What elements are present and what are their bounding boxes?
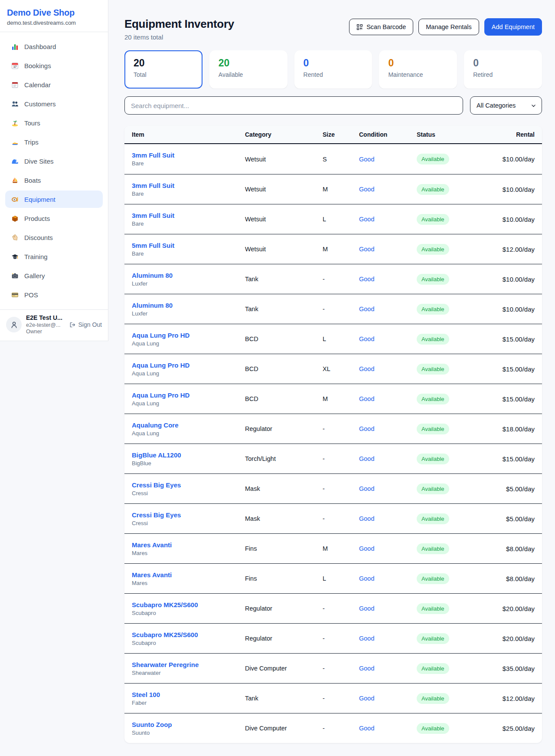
item-rental-rate: $18.00/day [485, 425, 535, 433]
item-name-link[interactable]: Cressi Big Eyes [132, 481, 245, 489]
item-condition-link[interactable]: Good [359, 695, 417, 702]
item-brand: Mares [132, 580, 245, 586]
item-condition-link[interactable]: Good [359, 545, 417, 552]
item-name-link[interactable]: Scubapro MK25/S600 [132, 601, 245, 608]
item-condition-link[interactable]: Good [359, 335, 417, 342]
item-name-link[interactable]: 3mm Full Suit [132, 212, 245, 219]
status-badge: Available [417, 394, 449, 404]
item-name-link[interactable]: Suunto Zoop [132, 721, 245, 728]
sidebar-item-boats[interactable]: Boats [5, 171, 103, 189]
item-condition-link[interactable]: Good [359, 216, 417, 223]
add-equipment-button[interactable]: Add Equipment [484, 18, 542, 36]
item-name-link[interactable]: Aluminum 80 [132, 302, 245, 309]
sidebar-item-training[interactable]: Training [5, 248, 103, 265]
item-name-link[interactable]: Scubapro MK25/S600 [132, 631, 245, 638]
search-input[interactable] [124, 96, 463, 115]
item-size: - [323, 695, 359, 702]
item-brand: Cressi [132, 490, 245, 496]
item-condition-link[interactable]: Good [359, 395, 417, 402]
item-condition-link[interactable]: Good [359, 665, 417, 672]
item-name-link[interactable]: Aqua Lung Pro HD [132, 332, 245, 339]
avatar [6, 317, 22, 332]
stat-card-available[interactable]: 20 Available [209, 50, 287, 89]
item-name-link[interactable]: Aqua Lung Pro HD [132, 362, 245, 369]
stat-card-retired[interactable]: 0 Retired [464, 50, 542, 89]
item-category: Wetsuit [245, 156, 323, 163]
item-condition-link[interactable]: Good [359, 515, 417, 522]
item-name-link[interactable]: Aluminum 80 [132, 272, 245, 279]
item-name-link[interactable]: Aqua Lung Pro HD [132, 391, 245, 399]
status-badge: Available [417, 543, 449, 554]
item-category: Torch/Light [245, 455, 323, 462]
item-condition-link[interactable]: Good [359, 306, 417, 312]
sidebar-item-pos[interactable]: POS [5, 286, 103, 303]
item-size: M [323, 186, 359, 193]
sidebar-item-tours[interactable]: Tours [5, 114, 103, 131]
item-condition-link[interactable]: Good [359, 425, 417, 432]
sidebar-item-calendar[interactable]: Calendar [5, 76, 103, 93]
speedboat-icon [11, 138, 19, 146]
table-row: Mares Avanti Mares Fins L Good Available… [124, 563, 542, 593]
item-name-link[interactable]: Cressi Big Eyes [132, 511, 245, 519]
stat-card-rented[interactable]: 0 Rented [294, 50, 372, 89]
item-rental-rate: $15.00/day [485, 335, 535, 343]
sidebar-item-dive-sites[interactable]: Dive Sites [5, 152, 103, 170]
item-brand: Faber [132, 700, 245, 706]
sidebar-item-trips[interactable]: Trips [5, 133, 103, 151]
sidebar-item-customers[interactable]: Customers [5, 95, 103, 112]
item-brand: BigBlue [132, 460, 245, 467]
item-name-link[interactable]: Aqualung Core [132, 421, 245, 429]
item-size: L [323, 216, 359, 223]
sidebar-item-bookings[interactable]: 17 Bookings [5, 57, 103, 74]
item-category: BCD [245, 365, 323, 372]
item-condition-link[interactable]: Good [359, 455, 417, 462]
item-condition-link[interactable]: Good [359, 276, 417, 283]
category-select[interactable]: All Categories [470, 96, 542, 115]
item-condition-link[interactable]: Good [359, 575, 417, 582]
header-actions: Scan Barcode Manage Rentals Add Equipmen… [349, 18, 542, 36]
item-name-link[interactable]: 3mm Full Suit [132, 151, 245, 159]
item-condition-link[interactable]: Good [359, 635, 417, 642]
item-brand: Aqua Lung [132, 400, 245, 407]
sidebar-item-dashboard[interactable]: Dashboard [5, 38, 103, 55]
item-name-link[interactable]: BigBlue AL1200 [132, 451, 245, 459]
item-condition-link[interactable]: Good [359, 186, 417, 193]
add-equipment-label: Add Equipment [492, 23, 535, 30]
sidebar-item-equipment[interactable]: Equipment [5, 191, 103, 208]
item-brand: Scubapro [132, 640, 245, 646]
item-condition-link[interactable]: Good [359, 156, 417, 163]
item-category: BCD [245, 335, 323, 342]
item-condition-link[interactable]: Good [359, 485, 417, 492]
sidebar-item-discounts[interactable]: Discounts [5, 229, 103, 246]
manage-rentals-button[interactable]: Manage Rentals [418, 19, 479, 35]
status-badge: Available [417, 693, 449, 704]
item-name-link[interactable]: Shearwater Peregrine [132, 661, 245, 668]
sidebar-item-gallery[interactable]: Gallery [5, 267, 103, 284]
users-icon [11, 100, 19, 108]
stat-card-total[interactable]: 20 Total [124, 50, 202, 89]
scan-barcode-button[interactable]: Scan Barcode [349, 19, 413, 35]
sidebar-item-products[interactable]: Products [5, 210, 103, 227]
stat-card-maintenance[interactable]: 0 Maintenance [379, 50, 457, 89]
logout-icon [69, 322, 76, 328]
sign-out-button[interactable]: Sign Out [69, 321, 102, 328]
palm-island-icon [11, 119, 19, 127]
item-brand: Shearwater [132, 670, 245, 676]
item-name-link[interactable]: Mares Avanti [132, 571, 245, 579]
shop-name: Demo Dive Shop [7, 8, 101, 18]
item-category: Tank [245, 695, 323, 702]
item-condition-link[interactable]: Good [359, 605, 417, 612]
item-name-link[interactable]: Steel 100 [132, 691, 245, 698]
status-badge: Available [417, 454, 449, 464]
item-name-link[interactable]: 3mm Full Suit [132, 182, 245, 189]
item-condition-link[interactable]: Good [359, 725, 417, 732]
item-name-link[interactable]: 5mm Full Suit [132, 242, 245, 249]
user-meta: E2E Test U... e2e-tester@... Owner [26, 314, 62, 335]
status-badge: Available [417, 244, 449, 255]
item-category: Regulator [245, 635, 323, 642]
item-condition-link[interactable]: Good [359, 246, 417, 253]
item-brand: Luxfer [132, 310, 245, 317]
status-badge: Available [417, 513, 449, 524]
item-name-link[interactable]: Mares Avanti [132, 541, 245, 549]
item-condition-link[interactable]: Good [359, 365, 417, 372]
